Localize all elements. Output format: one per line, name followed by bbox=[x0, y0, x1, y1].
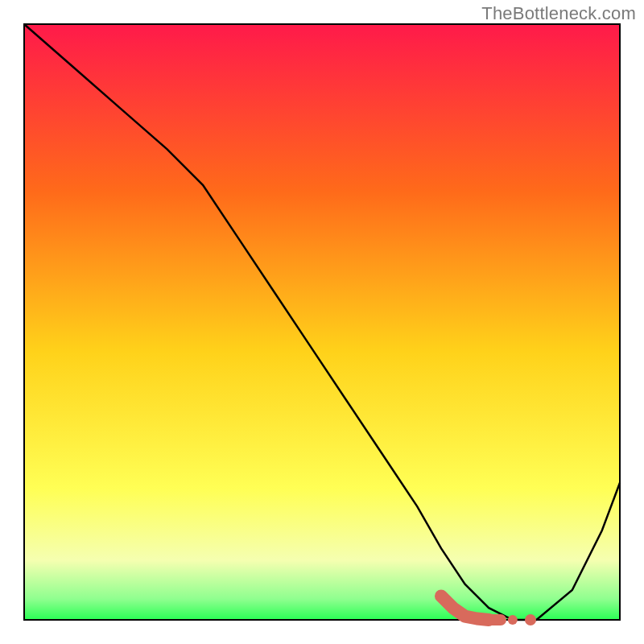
chart-frame: TheBottleneck.com bbox=[0, 0, 644, 644]
bottleneck-plot bbox=[0, 0, 644, 644]
plot-background bbox=[24, 24, 620, 620]
optimal-dot bbox=[525, 614, 536, 625]
optimal-dot bbox=[508, 615, 518, 625]
